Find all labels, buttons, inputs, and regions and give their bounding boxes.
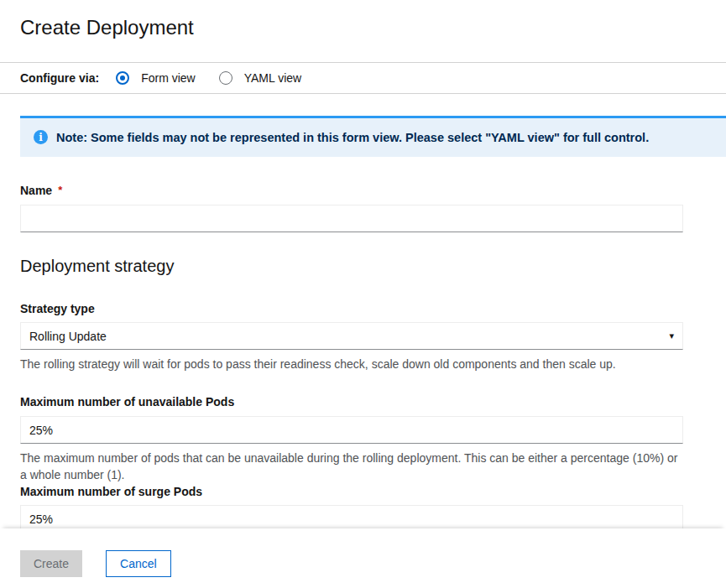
- page-header: Create Deployment: [0, 0, 726, 63]
- name-label-text: Name: [20, 184, 52, 197]
- configure-via-row: Configure via: Form view YAML view: [0, 63, 726, 94]
- strategy-type-group: Strategy type Rolling Update ▾ The rolli…: [20, 302, 683, 372]
- max-unavailable-label: Maximum number of unavailable Pods: [20, 395, 683, 409]
- name-input[interactable]: [20, 205, 683, 232]
- view-radio-group: Form view YAML view: [116, 71, 325, 85]
- cancel-button[interactable]: Cancel: [106, 550, 171, 577]
- info-circle-icon: i: [34, 130, 48, 144]
- info-alert: i Note: Some fields may not be represent…: [20, 116, 726, 157]
- max-unavailable-helper: The maximum number of pods that can be u…: [20, 450, 683, 483]
- info-alert-text: Note: Some fields may not be represented…: [56, 131, 649, 144]
- radio-form-view[interactable]: Form view: [116, 71, 196, 85]
- page-title: Create Deployment: [20, 16, 706, 39]
- caret-down-icon: ▾: [669, 331, 674, 341]
- form-action-footer: Create Cancel: [0, 528, 726, 588]
- max-surge-label: Maximum number of surge Pods: [20, 485, 683, 499]
- max-surge-group: Maximum number of surge Pods: [20, 485, 683, 533]
- deployment-strategy-heading: Deployment strategy: [20, 257, 726, 276]
- deployment-form: Name* Deployment strategy Strategy type …: [0, 183, 726, 533]
- required-asterisk: *: [58, 184, 62, 196]
- radio-selected-icon[interactable]: [116, 71, 129, 85]
- name-field-group: Name*: [20, 183, 683, 232]
- radio-yaml-view[interactable]: YAML view: [219, 71, 301, 85]
- name-label: Name*: [20, 183, 683, 198]
- radio-form-view-label: Form view: [141, 71, 196, 85]
- configure-via-label: Configure via:: [20, 71, 99, 85]
- max-unavailable-group: Maximum number of unavailable Pods The m…: [20, 395, 683, 483]
- max-unavailable-input[interactable]: [20, 416, 683, 444]
- strategy-type-label: Strategy type: [20, 302, 683, 316]
- strategy-type-select[interactable]: Rolling Update ▾: [20, 322, 683, 350]
- radio-unselected-icon[interactable]: [219, 71, 232, 85]
- radio-yaml-view-label: YAML view: [244, 71, 301, 85]
- strategy-type-helper: The rolling strategy will wait for pods …: [20, 356, 683, 372]
- strategy-type-value: Rolling Update: [29, 330, 107, 343]
- create-button[interactable]: Create: [20, 550, 82, 577]
